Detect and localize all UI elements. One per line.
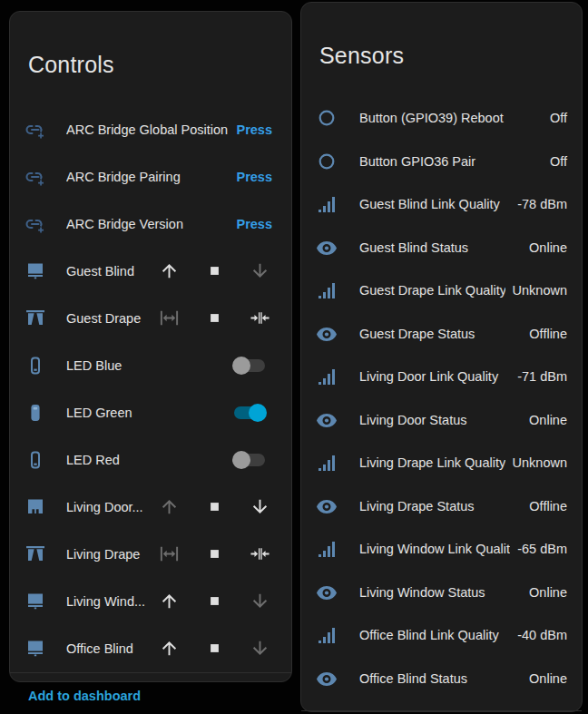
- arrow-down-icon: [250, 638, 270, 659]
- control-row-led-red[interactable]: LED Red: [24, 436, 277, 484]
- control-row-arc-bridge-version[interactable]: ARC Bridge Version Press: [24, 201, 277, 248]
- entity-name: LED Blue: [66, 358, 234, 373]
- sensor-row-office-blind-link-quality[interactable]: Office Blind Link Quality -40 dBm: [316, 614, 567, 658]
- cover-open-button[interactable]: [146, 250, 191, 292]
- press-button[interactable]: Press: [236, 164, 272, 190]
- sensor-row-button-gpio36-pair[interactable]: Button GPIO36 Pair Off: [316, 140, 567, 183]
- arrow-up-icon: [159, 638, 180, 659]
- link-plus-icon: [24, 213, 46, 235]
- entity-name: Guest Drape Status: [359, 327, 522, 341]
- curtains-icon: [24, 308, 46, 329]
- cover-close-button[interactable]: [237, 628, 282, 670]
- control-row-arc-bridge-pairing[interactable]: ARC Bridge Pairing Press: [24, 153, 277, 201]
- sensor-row-living-door-status[interactable]: Living Door Status Online: [316, 398, 567, 442]
- cover-open-button[interactable]: [146, 486, 191, 528]
- sensor-row-guest-drape-link-quality[interactable]: Guest Drape Link Quality Unknown: [316, 269, 567, 313]
- sensors-rows: Button (GPIO39) Reboot Off Button GPIO36…: [301, 97, 582, 710]
- sensor-row-guest-drape-status[interactable]: Guest Drape Status Offline: [316, 312, 567, 356]
- add-to-dashboard-link[interactable]: Add to dashboard: [28, 689, 141, 703]
- cover-open-button[interactable]: [146, 581, 191, 622]
- sensor-row-guest-blind-link-quality[interactable]: Guest Blind Link Quality -78 dBm: [316, 183, 567, 227]
- curtain-close-button[interactable]: [237, 298, 282, 339]
- sensor-row-button-gpio39-reboot[interactable]: Button (GPIO39) Reboot Off: [316, 97, 567, 141]
- entity-value: -78 dBm: [517, 197, 567, 211]
- control-row-led-green[interactable]: LED Green: [24, 389, 277, 436]
- entity-name: LED Red: [66, 453, 234, 467]
- cover-close-button[interactable]: [237, 250, 282, 292]
- arrow-up-icon: [159, 591, 180, 611]
- entity-name: Guest Drape Link Quality: [359, 283, 505, 298]
- led-green-toggle[interactable]: [234, 406, 265, 419]
- cover-controls: [146, 486, 282, 528]
- led-red-toggle[interactable]: [234, 454, 265, 466]
- entity-name: ARC Bridge Pairing: [66, 170, 236, 184]
- control-row-living-window[interactable]: Living Wind...: [24, 578, 277, 625]
- entity-value: Off: [550, 111, 567, 125]
- signal-strength-icon: [316, 279, 338, 301]
- curtain-close-button[interactable]: [237, 533, 282, 575]
- curtain-stop-button[interactable]: [191, 298, 237, 339]
- entity-value: Online: [529, 413, 567, 427]
- control-row-living-drape[interactable]: Living Drape: [24, 531, 277, 578]
- curtain-stop-button[interactable]: [191, 533, 237, 575]
- signal-strength-icon: [316, 193, 338, 215]
- cover-close-button[interactable]: [237, 581, 282, 622]
- stop-icon: [204, 260, 225, 281]
- control-row-living-door[interactable]: Living Door...: [24, 484, 277, 531]
- control-row-guest-drape[interactable]: Guest Drape: [24, 295, 277, 342]
- curtains-icon: [24, 543, 46, 565]
- stop-icon: [204, 308, 225, 328]
- controls-card-title: Controls: [10, 31, 291, 87]
- cover-stop-button[interactable]: [191, 581, 237, 622]
- sensor-row-living-window-status[interactable]: Living Window Status Online: [316, 571, 567, 614]
- entity-name: Office Blind: [66, 641, 146, 656]
- press-button[interactable]: Press: [236, 117, 272, 142]
- arrow-down-icon: [250, 260, 270, 281]
- cover-stop-button[interactable]: [191, 250, 237, 292]
- arrow-expand-horizontal-icon: [159, 308, 180, 328]
- toggle-thumb: [232, 451, 250, 469]
- circle-outline-icon: [316, 107, 338, 129]
- eye-icon: [316, 237, 338, 259]
- sensor-row-living-drape-link-quality[interactable]: Living Drape Link Quality Unknown: [316, 442, 567, 485]
- control-row-office-blind[interactable]: Office Blind: [24, 625, 277, 672]
- entity-value: -71 dBm: [517, 369, 567, 384]
- sensor-row-living-drape-status[interactable]: Living Drape Status Offline: [316, 484, 567, 528]
- eye-icon: [316, 668, 338, 690]
- cover-open-button[interactable]: [146, 628, 191, 670]
- eye-icon: [316, 323, 338, 345]
- entity-name: Living Door Link Quality: [359, 369, 510, 384]
- entity-name: Guest Blind Status: [359, 240, 522, 255]
- curtain-open-button[interactable]: [146, 533, 191, 575]
- cover-controls: [146, 298, 282, 339]
- entity-value: Online: [529, 240, 567, 255]
- sensor-row-office-blind-status[interactable]: Office Blind Status Online: [316, 657, 567, 700]
- entity-name: LED Green: [66, 406, 234, 420]
- control-row-led-blue[interactable]: LED Blue: [24, 342, 277, 389]
- control-row-guest-blind[interactable]: Guest Blind: [24, 248, 277, 295]
- curtain-open-button[interactable]: [146, 298, 191, 339]
- cover-close-button[interactable]: [237, 486, 282, 528]
- signal-strength-icon: [316, 366, 338, 387]
- control-row-arc-bridge-global-position[interactable]: ARC Bridge Global Position Press: [24, 106, 277, 153]
- press-button[interactable]: Press: [236, 211, 272, 237]
- cover-stop-button[interactable]: [191, 486, 237, 528]
- led-blue-toggle[interactable]: [234, 359, 265, 372]
- controls-card: Controls ARC Bridge Global Position Pres…: [9, 11, 292, 682]
- eye-icon: [316, 409, 338, 431]
- entity-name: Living Window Link Quality: [359, 542, 510, 556]
- sensor-row-living-window-link-quality[interactable]: Living Window Link Quality -65 dBm: [316, 528, 567, 572]
- stop-icon: [204, 638, 225, 659]
- entity-value: Offline: [529, 327, 567, 341]
- cover-stop-button[interactable]: [191, 628, 237, 670]
- sensor-row-living-door-link-quality[interactable]: Living Door Link Quality -71 dBm: [316, 356, 567, 399]
- cover-controls: [146, 628, 282, 670]
- entity-name: Guest Blind Link Quality: [359, 197, 510, 211]
- sensor-row-guest-blind-status[interactable]: Guest Blind Status Online: [316, 226, 567, 269]
- entity-value: Unknown: [513, 455, 567, 470]
- entity-name: Living Wind...: [66, 594, 146, 609]
- entity-name: Office Blind Status: [359, 671, 522, 686]
- arrow-down-icon: [250, 591, 270, 611]
- sensors-card-title: Sensors: [301, 22, 582, 78]
- arrow-collapse-horizontal-icon: [250, 308, 270, 328]
